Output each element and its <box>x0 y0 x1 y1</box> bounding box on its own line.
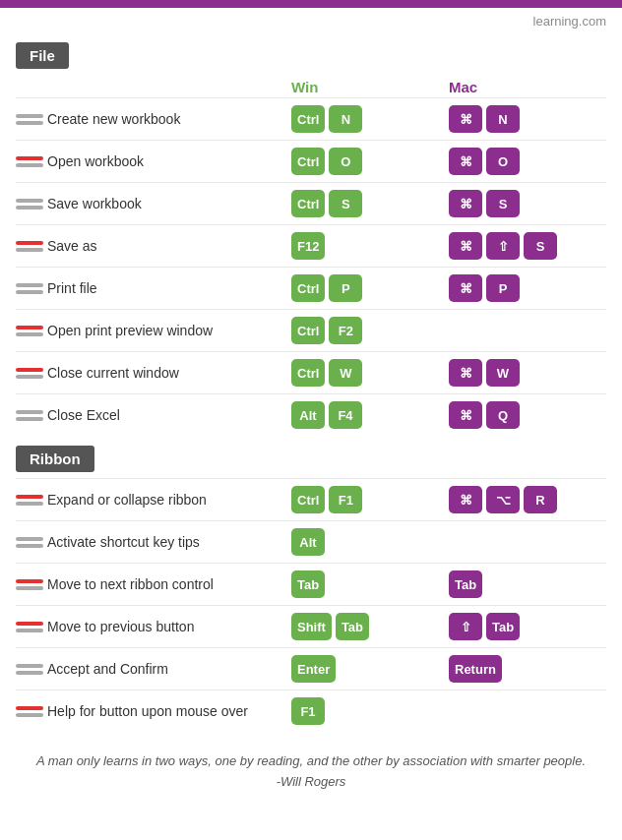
key-: ⌘ <box>449 190 482 217</box>
gray-line <box>16 283 43 287</box>
key-s: S <box>486 190 520 217</box>
key-o: O <box>486 148 520 175</box>
red-line <box>16 326 43 330</box>
gray-line <box>16 417 43 421</box>
table-row: Print fileCtrlP⌘P <box>16 267 606 309</box>
table-row: Accept and ConfirmEnterReturn <box>16 647 606 690</box>
key-: ⇧ <box>449 613 482 640</box>
key-: ⌘ <box>449 274 482 302</box>
key-: ⌘ <box>449 148 482 175</box>
gray-line <box>16 544 43 548</box>
key-tab: Tab <box>486 613 520 640</box>
win-keys: CtrlP <box>291 274 449 302</box>
mac-keys: ⇧Tab <box>449 613 606 640</box>
gray-line <box>16 375 43 379</box>
table-row: Close current windowCtrlW⌘W <box>16 351 606 393</box>
mac-keys: ⌘⌥R <box>449 486 606 513</box>
key-: ⌘ <box>449 401 482 429</box>
ribbon-shortcuts-list: Expand or collapse ribbonCtrlF1⌘⌥RActiva… <box>16 478 606 732</box>
red-line <box>16 241 43 245</box>
key-ctrl: Ctrl <box>291 105 325 133</box>
gray-line <box>16 121 43 125</box>
key-ctrl: Ctrl <box>291 359 325 387</box>
ribbon-section-header: Ribbon <box>16 436 606 478</box>
top-bar <box>0 0 622 8</box>
quote-text: A man only learns in two ways, one by re… <box>36 753 586 789</box>
gray-line <box>16 248 43 252</box>
table-row: Help for button upon mouse overF1 <box>16 690 606 732</box>
key-q: Q <box>486 401 520 429</box>
file-section-header: File <box>16 32 606 75</box>
win-keys: CtrlN <box>291 105 449 133</box>
action-label: Close Excel <box>47 407 291 423</box>
table-row: Save asF12⌘⇧S <box>16 224 606 267</box>
red-line <box>16 156 43 160</box>
key-n: N <box>486 105 520 133</box>
action-label: Create new workbook <box>47 111 291 127</box>
mac-keys: ⌘Q <box>449 401 606 429</box>
file-label: File <box>16 42 69 69</box>
gray-line <box>16 713 43 717</box>
action-label: Save as <box>47 238 291 254</box>
key-: ⌘ <box>449 359 482 387</box>
col-win-header: Win <box>291 79 449 95</box>
red-line <box>16 368 43 372</box>
main-content: File Win Mac Create new workbookCtrlN⌘NO… <box>0 32 622 809</box>
key-ctrl: Ctrl <box>291 486 325 513</box>
win-keys: Enter <box>291 655 449 683</box>
win-keys: ShiftTab <box>291 613 449 640</box>
table-row: Save workbookCtrlS⌘S <box>16 182 606 224</box>
key-tab: Tab <box>291 570 325 598</box>
red-line <box>16 622 43 626</box>
win-keys: CtrlF2 <box>291 317 449 344</box>
gray-line <box>16 629 43 632</box>
table-row: Move to previous buttonShiftTab⇧Tab <box>16 605 606 647</box>
key-ctrl: Ctrl <box>291 190 325 217</box>
gray-line <box>16 290 43 294</box>
key-f2: F2 <box>329 317 362 344</box>
key-alt: Alt <box>291 528 325 556</box>
key-f1: F1 <box>291 697 325 725</box>
table-row: Expand or collapse ribbonCtrlF1⌘⌥R <box>16 478 606 520</box>
table-row: Close ExcelAltF4⌘Q <box>16 393 606 436</box>
table-row: Activate shortcut key tipsAlt <box>16 520 606 563</box>
gray-line <box>16 163 43 167</box>
key-f12: F12 <box>291 232 325 260</box>
action-label: Open workbook <box>47 153 291 169</box>
logo-bar: learning.com <box>0 8 622 32</box>
key-f4: F4 <box>329 401 362 429</box>
gray-line <box>16 502 43 506</box>
action-label: Accept and Confirm <box>47 661 291 677</box>
key-tab: Tab <box>449 570 482 598</box>
key-r: R <box>524 486 557 513</box>
ribbon-label: Ribbon <box>16 446 94 472</box>
mac-keys: Tab <box>449 570 606 598</box>
gray-line <box>16 537 43 541</box>
key-n: N <box>329 105 362 133</box>
win-keys: AltF4 <box>291 401 449 429</box>
win-keys: CtrlW <box>291 359 449 387</box>
gray-line <box>16 671 43 675</box>
gray-line <box>16 664 43 668</box>
key-return: Return <box>449 655 502 683</box>
key-s: S <box>524 232 557 260</box>
win-keys: Alt <box>291 528 449 556</box>
table-row: Move to next ribbon controlTabTab <box>16 563 606 605</box>
table-row: Create new workbookCtrlN⌘N <box>16 97 606 140</box>
key-f1: F1 <box>329 486 362 513</box>
key-ctrl: Ctrl <box>291 148 325 175</box>
red-line <box>16 579 43 583</box>
gray-line <box>16 206 43 210</box>
key-: ⌥ <box>486 486 520 513</box>
mac-keys: ⌘⇧S <box>449 232 606 260</box>
key-p: P <box>486 274 520 302</box>
key-w: W <box>486 359 520 387</box>
key-: ⌘ <box>449 105 482 133</box>
win-keys: CtrlS <box>291 190 449 217</box>
mac-keys: ⌘N <box>449 105 606 133</box>
key-tab: Tab <box>336 613 369 640</box>
gray-line <box>16 586 43 590</box>
action-label: Close current window <box>47 365 291 381</box>
win-keys: F1 <box>291 697 449 725</box>
logo-text: learning.com <box>533 14 606 29</box>
